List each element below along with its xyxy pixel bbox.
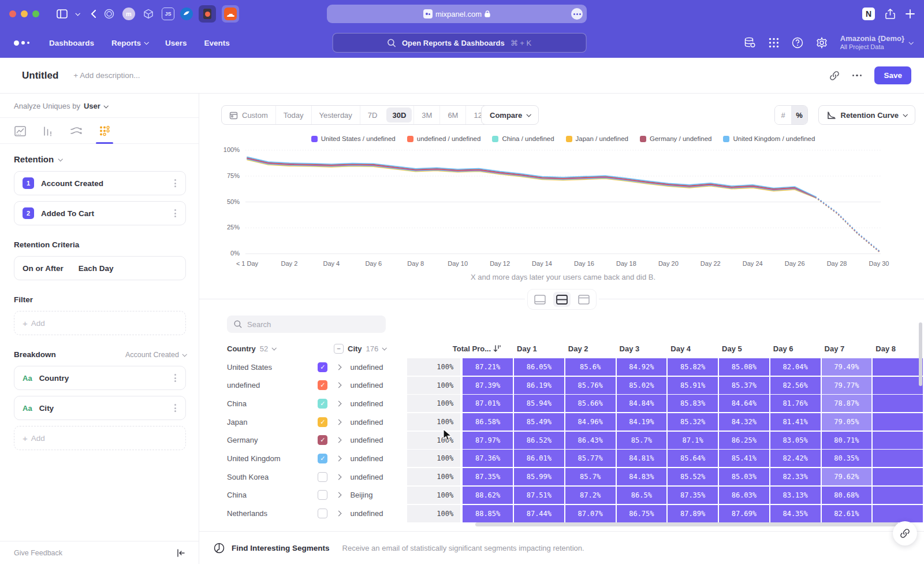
range-7d[interactable]: 7D xyxy=(360,106,385,124)
row-checkbox[interactable] xyxy=(318,509,327,518)
cell-retention-value[interactable]: 85.76% xyxy=(565,377,616,394)
extension-icon-7[interactable] xyxy=(222,5,239,23)
row-checkbox[interactable]: ✓ xyxy=(318,380,327,390)
legend-item[interactable]: Germany / undefined xyxy=(640,135,711,142)
cell-retention-value[interactable]: 87.21% xyxy=(463,358,513,376)
cell-retention-value[interactable]: 85.41% xyxy=(719,450,769,467)
cell-retention-value[interactable]: 87.44% xyxy=(514,505,564,522)
cell-retention-value[interactable]: 86.01% xyxy=(514,450,564,467)
cell-retention-value[interactable]: 87.51% xyxy=(514,487,564,504)
cell-retention-value[interactable]: 79.62% xyxy=(822,468,872,485)
legend-item[interactable]: Japan / undefined xyxy=(566,135,628,142)
nav-reports[interactable]: Reports xyxy=(111,39,148,47)
cell-retention-value[interactable]: 85.66% xyxy=(565,395,616,412)
expand-row-icon[interactable] xyxy=(336,437,342,443)
expand-row-icon[interactable] xyxy=(336,474,342,480)
cell-retention-value[interactable]: 85.52% xyxy=(668,468,718,485)
cell-retention-value[interactable]: 81.76% xyxy=(770,395,821,412)
cell-retention-value[interactable]: 86.03% xyxy=(719,487,769,504)
minimize-window-button[interactable] xyxy=(21,10,28,17)
cell-retention-value[interactable]: 87.69% xyxy=(719,505,769,522)
analyze-value[interactable]: User xyxy=(84,102,100,110)
cell-retention-value[interactable]: 87.2% xyxy=(565,487,616,504)
cell-retention-value[interactable]: 85.83% xyxy=(668,395,718,412)
cell-retention-value[interactable]: 82.33% xyxy=(770,468,821,485)
city-value[interactable]: undefined xyxy=(350,509,383,518)
column-header-day[interactable]: Day 6 xyxy=(758,344,809,353)
cell-retention-value[interactable]: 88.85% xyxy=(463,505,513,522)
share-link-fab[interactable] xyxy=(893,521,917,546)
nav-events[interactable]: Events xyxy=(204,39,230,47)
data-management-icon[interactable] xyxy=(744,37,756,49)
row-checkbox[interactable]: ✓ xyxy=(318,454,327,463)
give-feedback-link[interactable]: Give Feedback xyxy=(14,549,62,557)
share-icon[interactable] xyxy=(885,9,895,20)
layout-split-button[interactable] xyxy=(553,292,571,307)
column-header-city[interactable]: – City176 xyxy=(334,344,439,354)
cell-retention-value[interactable]: 85.77% xyxy=(565,450,616,467)
cell-country[interactable]: Netherlands xyxy=(227,509,318,518)
row-checkbox[interactable] xyxy=(318,472,327,482)
row-checkbox[interactable]: ✓ xyxy=(318,435,327,445)
cell-retention-value[interactable]: 83.05% xyxy=(770,432,821,449)
cell-retention-value[interactable]: 85.91% xyxy=(668,377,718,394)
criteria-mode[interactable]: On or After xyxy=(23,264,64,273)
expand-row-icon[interactable] xyxy=(336,400,342,406)
layout-chart-only-button[interactable] xyxy=(531,292,549,307)
global-search[interactable]: Open Reports & Dashboards ⌘ + K xyxy=(333,33,587,53)
cell-retention-value[interactable]: 85.6% xyxy=(565,358,616,376)
kebab-menu-icon[interactable] xyxy=(172,207,178,220)
column-header-day[interactable]: Day 8 xyxy=(860,344,911,353)
step-event-name[interactable]: Added To Cart xyxy=(41,209,94,218)
cell-retention-value[interactable]: 86.19% xyxy=(514,377,564,394)
column-header-day[interactable]: Day 3 xyxy=(604,344,655,353)
breakdown-property[interactable]: City xyxy=(39,404,54,413)
nav-dashboards[interactable]: Dashboards xyxy=(49,39,94,47)
cell-retention-value[interactable]: 86.75% xyxy=(617,505,667,522)
city-value[interactable]: undefined xyxy=(350,473,383,481)
extension-icon-2[interactable]: m xyxy=(122,8,135,20)
save-button[interactable]: Save xyxy=(874,66,911,84)
step-event-name[interactable]: Account Created xyxy=(41,179,103,188)
collapse-sidebar-icon[interactable] xyxy=(177,549,185,557)
cell-retention-value[interactable]: 84.64% xyxy=(719,395,769,412)
range-30d[interactable]: 30D xyxy=(386,107,412,123)
cell-retention-value[interactable]: 85.64% xyxy=(668,450,718,467)
cell-retention-value[interactable]: 88.62% xyxy=(463,487,513,504)
cell-retention-value[interactable]: 86.58% xyxy=(463,413,513,431)
cell-retention-value[interactable]: 87.1% xyxy=(668,432,718,449)
tab-retention[interactable] xyxy=(98,125,111,143)
help-icon[interactable] xyxy=(792,37,803,49)
chevron-down-icon[interactable] xyxy=(76,12,79,16)
city-value[interactable]: undefined xyxy=(350,454,383,463)
cell-retention-value[interactable]: 85.37% xyxy=(719,377,769,394)
close-window-button[interactable] xyxy=(9,10,16,17)
cell-retention-value[interactable]: 87.36% xyxy=(463,450,513,467)
unit-percent-button[interactable]: % xyxy=(791,106,807,124)
copy-link-icon[interactable] xyxy=(829,70,840,81)
more-options-icon[interactable] xyxy=(852,75,862,77)
cell-retention-value[interactable]: 80.68% xyxy=(822,487,872,504)
city-value[interactable]: undefined xyxy=(350,363,383,372)
mixpanel-logo[interactable] xyxy=(14,40,29,46)
cell-retention-value[interactable]: 85.32% xyxy=(668,413,718,431)
cell-retention-value[interactable]: 84.32% xyxy=(719,413,769,431)
cell-retention-value[interactable]: 86.5% xyxy=(617,487,667,504)
breakdown-scope-selector[interactable]: Account Created xyxy=(125,351,186,359)
cell-retention-value[interactable]: 85.94% xyxy=(514,395,564,412)
cell-retention-value[interactable]: 87.97% xyxy=(463,432,513,449)
cell-retention-value[interactable]: 79.77% xyxy=(822,377,872,394)
cell-retention-value[interactable]: 82.04% xyxy=(770,358,821,376)
settings-gear-icon[interactable] xyxy=(816,37,828,49)
cell-retention-value[interactable]: 84.35% xyxy=(770,505,821,522)
expand-row-icon[interactable] xyxy=(336,364,342,370)
cell-retention-value[interactable]: 85.7% xyxy=(617,432,667,449)
step-card-1[interactable]: 1 Account Created xyxy=(14,171,186,195)
cell-retention-value[interactable]: 87.01% xyxy=(463,395,513,412)
kebab-menu-icon[interactable] xyxy=(172,402,178,414)
tab-insights[interactable] xyxy=(14,125,27,143)
apps-grid-icon[interactable] xyxy=(769,38,779,48)
cell-retention-value[interactable]: 82.56% xyxy=(770,377,821,394)
cell-retention-value[interactable]: 87.89% xyxy=(668,505,718,522)
back-button[interactable] xyxy=(91,10,96,18)
